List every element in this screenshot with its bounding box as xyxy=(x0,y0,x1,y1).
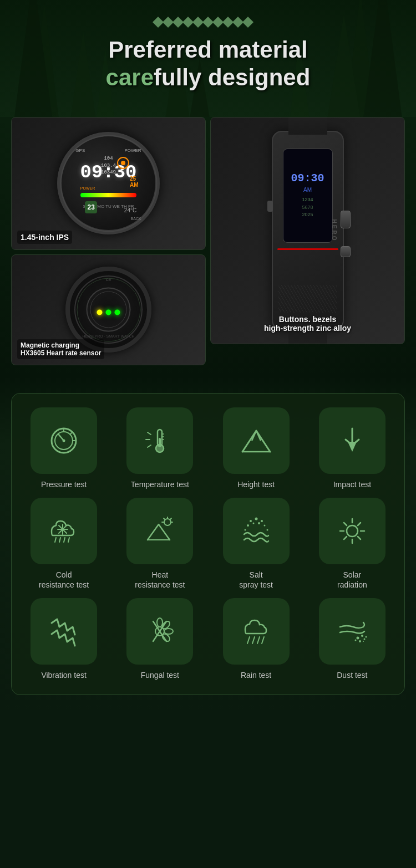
svg-point-23 xyxy=(63,439,65,442)
svg-line-45 xyxy=(55,538,56,542)
svg-line-48 xyxy=(68,538,69,542)
svg-line-47 xyxy=(64,538,65,542)
fungal-icon-box xyxy=(126,598,193,665)
pressure-icon-box xyxy=(31,407,97,474)
svg-point-75 xyxy=(157,618,163,627)
solar-icon xyxy=(336,514,369,548)
svg-point-60 xyxy=(252,522,254,524)
svg-marker-18 xyxy=(232,17,243,28)
svg-point-86 xyxy=(361,635,363,637)
watch-back-label: Magnetic charging HX3605 Heart rate sens… xyxy=(17,339,104,359)
test-item-cold: Cold resistance test xyxy=(20,498,108,590)
temperature-test-label: Temperature test xyxy=(131,479,189,489)
solar-test-label: Solar radiation xyxy=(337,570,367,590)
test-item-salt: Salt spray test xyxy=(212,498,300,590)
svg-line-52 xyxy=(170,518,171,519)
svg-point-77 xyxy=(164,629,173,634)
impact-icon xyxy=(336,424,369,457)
test-item-pressure: Pressure test xyxy=(20,407,108,489)
svg-point-63 xyxy=(244,529,246,530)
svg-point-88 xyxy=(359,640,361,642)
test-item-impact: Impact test xyxy=(308,407,396,489)
svg-marker-12 xyxy=(173,17,184,28)
watch-face-label: 1.45-inch IPS xyxy=(17,231,72,244)
svg-point-91 xyxy=(365,636,367,638)
svg-point-32 xyxy=(156,445,164,452)
headline-line2: fully designed xyxy=(154,64,310,90)
impact-icon-box xyxy=(319,407,385,474)
svg-marker-14 xyxy=(192,17,204,28)
rain-icon-box xyxy=(223,598,290,665)
fungal-icon xyxy=(143,615,176,648)
pressure-test-label: Pressure test xyxy=(41,479,87,489)
header-section: Preferred material carefully designed xyxy=(0,0,416,117)
headline: Preferred material carefully designed xyxy=(11,36,405,92)
svg-line-71 xyxy=(358,537,361,539)
svg-point-87 xyxy=(363,639,365,640)
svg-marker-13 xyxy=(182,17,194,28)
svg-line-72 xyxy=(358,523,361,525)
svg-point-85 xyxy=(356,637,359,640)
watch-back-image: CE xyxy=(11,254,206,365)
svg-marker-11 xyxy=(163,17,174,28)
fungal-test-label: Fungal test xyxy=(141,670,179,680)
dust-icon-box xyxy=(319,598,385,665)
salt-icon-box xyxy=(223,498,290,564)
svg-point-64 xyxy=(266,529,268,530)
height-icon-box xyxy=(223,407,290,474)
svg-marker-15 xyxy=(202,17,214,28)
headline-highlight: care xyxy=(106,64,154,90)
test-item-heat: Heat resistance test xyxy=(116,498,204,590)
tests-section: Pressure test xyxy=(0,376,416,712)
svg-point-50 xyxy=(164,519,171,525)
svg-line-81 xyxy=(247,637,250,644)
page-wrapper: Preferred material carefully designed 09… xyxy=(0,0,416,712)
dust-icon xyxy=(336,615,369,648)
watch-side-label: Buttons. bezels high-strength zinc alloy xyxy=(216,315,399,333)
salt-test-label: Salt spray test xyxy=(239,570,273,590)
svg-line-84 xyxy=(262,637,264,644)
rain-icon xyxy=(240,615,273,648)
svg-marker-16 xyxy=(212,17,224,28)
svg-point-57 xyxy=(255,517,257,520)
svg-marker-19 xyxy=(242,17,253,28)
watch-back-label-line1: Magnetic charging xyxy=(21,341,79,349)
height-icon xyxy=(240,424,273,457)
heat-icon xyxy=(143,514,176,548)
heat-test-label: Heat resistance test xyxy=(135,570,185,590)
vibration-icon xyxy=(47,615,80,648)
vibration-test-label: Vibration test xyxy=(41,670,86,680)
test-item-vibration: Vibration test xyxy=(20,598,108,680)
cold-icon xyxy=(47,514,80,548)
svg-point-62 xyxy=(263,524,265,526)
svg-marker-17 xyxy=(222,17,234,28)
svg-point-58 xyxy=(261,520,263,522)
svg-marker-10 xyxy=(153,17,164,28)
cold-test-label: Cold resistance test xyxy=(39,570,89,590)
rain-test-label: Rain test xyxy=(241,670,271,680)
svg-point-89 xyxy=(354,640,356,641)
svg-point-61 xyxy=(258,522,260,524)
headline-line1: Preferred material xyxy=(108,37,308,63)
watch-back-label-line2: HX3605 Heart rate sensor xyxy=(21,349,101,357)
watch-face-image: 09:30 25AM POWER GPS 104 103.4 10349 xyxy=(11,117,206,250)
images-section: 09:30 25AM POWER GPS 104 103.4 10349 xyxy=(0,117,416,376)
images-grid: 09:30 25AM POWER GPS 104 103.4 10349 xyxy=(11,117,405,365)
tests-grid: Pressure test xyxy=(20,407,396,681)
svg-line-73 xyxy=(344,537,347,539)
svg-point-65 xyxy=(347,525,358,537)
test-item-temperature: Temperature test xyxy=(116,407,204,489)
svg-line-46 xyxy=(59,538,60,542)
svg-line-83 xyxy=(257,637,260,644)
solar-icon-box xyxy=(319,498,385,564)
test-item-solar: Solar radiation xyxy=(308,498,396,590)
salt-icon xyxy=(240,514,273,548)
svg-line-82 xyxy=(252,637,255,644)
test-item-dust: Dust test xyxy=(308,598,396,680)
svg-line-29 xyxy=(148,445,151,447)
impact-test-label: Impact test xyxy=(333,479,371,489)
test-item-rain: Rain test xyxy=(212,598,300,680)
svg-point-90 xyxy=(363,641,364,642)
dust-test-label: Dust test xyxy=(337,670,367,680)
watch-side-image: 09:30 AM 1234 5678 2025 HERO xyxy=(210,117,405,344)
